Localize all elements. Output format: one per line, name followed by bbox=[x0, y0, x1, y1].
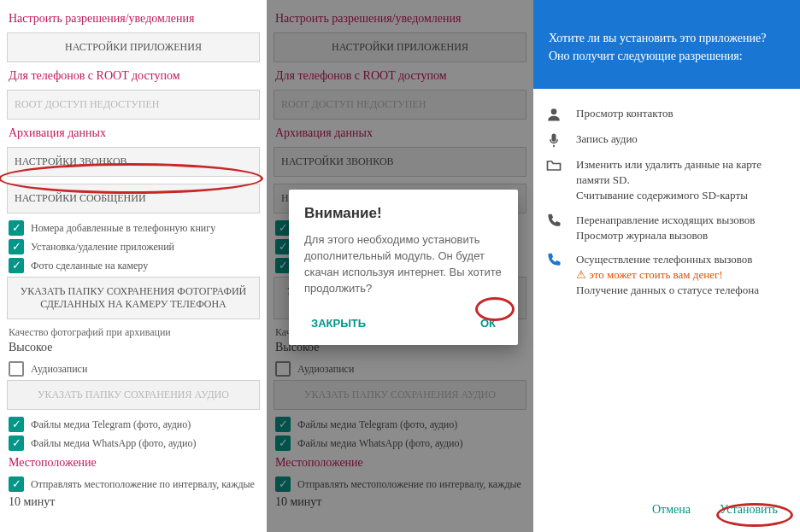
location-interval-value[interactable]: 10 минут bbox=[275, 495, 525, 509]
check-icon: ✓ bbox=[275, 436, 291, 451]
phone-icon bbox=[545, 252, 564, 269]
permission-phone-calls: Осуществление телефонных вызовов ⚠ это м… bbox=[545, 252, 788, 299]
check-icon: ✓ bbox=[9, 476, 24, 492]
person-icon bbox=[545, 106, 564, 123]
svg-point-0 bbox=[551, 108, 557, 114]
audio-folder-button: УКАЗАТЬ ПАПКУ СОХРАНЕНИЯ АУДИО bbox=[7, 380, 260, 410]
checkbox-label: Отправлять местоположение по интервалу, … bbox=[31, 478, 255, 491]
photo-quality-label: Качество фотографий при архивации bbox=[9, 326, 258, 339]
check-icon: ✓ bbox=[275, 476, 291, 492]
warning-icon: ⚠ bbox=[576, 268, 589, 281]
section-location-title: Местоположение bbox=[275, 456, 525, 470]
checkbox-empty-icon: ✓ bbox=[275, 361, 291, 377]
dialog-body: Для этого необходимо установить дополнит… bbox=[304, 232, 503, 296]
section-root-title: Для телефонов с ROOT доступом bbox=[275, 69, 525, 83]
folder-icon bbox=[545, 157, 564, 174]
permission-text: Перенаправление исходящих вызововПросмот… bbox=[576, 213, 788, 243]
checkbox-telegram[interactable]: ✓Файлы медиа Telegram (фото, аудио) bbox=[9, 417, 258, 432]
section-root-title: Для телефонов с ROOT доступом bbox=[9, 69, 258, 83]
check-icon: ✓ bbox=[275, 417, 291, 432]
section-permissions-title: Настроить разрешения/уведомления bbox=[275, 12, 525, 26]
check-icon: ✓ bbox=[9, 417, 24, 432]
panel-install-prompt: Хотите ли вы установить это приложение? … bbox=[533, 0, 800, 532]
checkbox-whatsapp[interactable]: ✓Файлы медиа WhatsApp (фото, аудио) bbox=[275, 436, 525, 451]
check-icon: ✓ bbox=[9, 239, 24, 254]
permission-text: Изменить или удалить данные на карте пам… bbox=[576, 157, 788, 204]
check-icon: ✓ bbox=[9, 258, 24, 273]
root-status-field: ROOT ДОСТУП НЕДОСТУПЕН bbox=[274, 90, 526, 120]
call-settings-button[interactable]: НАСТРОЙКИ ЗВОНКОВ bbox=[7, 147, 260, 177]
app-settings-button[interactable]: НАСТРОЙКИ ПРИЛОЖЕНИЯ bbox=[274, 32, 526, 62]
section-permissions-title: Настроить разрешения/уведомления bbox=[9, 12, 258, 26]
permissions-list: Просмотр контактов Запись аудио Изменить… bbox=[533, 89, 800, 316]
install-footer: Отмена Установить bbox=[645, 498, 785, 522]
permission-text: Запись аудио bbox=[576, 132, 788, 147]
permission-contacts: Просмотр контактов bbox=[545, 106, 788, 123]
section-archive-title: Архивация данных bbox=[275, 126, 525, 140]
install-button[interactable]: Установить bbox=[713, 498, 785, 522]
checkbox-label: Файлы медиа Telegram (фото, аудио) bbox=[31, 418, 191, 431]
root-status-field: ROOT ДОСТУП НЕДОСТУПЕН bbox=[7, 90, 260, 120]
mic-icon bbox=[545, 132, 564, 149]
panel-settings-1: Настроить разрешения/уведомления НАСТРОЙ… bbox=[0, 0, 267, 532]
dialog-ok-button[interactable]: ОК bbox=[474, 312, 503, 335]
permission-audio: Запись аудио bbox=[545, 132, 788, 149]
permission-storage: Изменить или удалить данные на карте пам… bbox=[545, 157, 788, 204]
checkbox-telegram[interactable]: ✓Файлы медиа Telegram (фото, аудио) bbox=[275, 417, 525, 432]
dialog-actions: ЗАКРЫТЬ ОК bbox=[304, 312, 503, 335]
photo-folder-button[interactable]: УКАЗАТЬ ПАПКУ СОХРАНЕНИЯ ФОТОГРАФИЙ СДЕЛ… bbox=[7, 277, 260, 319]
check-icon: ✓ bbox=[9, 436, 24, 451]
confirm-dialog: Внимание! Для этого необходимо установит… bbox=[289, 190, 518, 345]
checkbox-location[interactable]: ✓Отправлять местоположение по интервалу,… bbox=[9, 476, 258, 492]
app-settings-button[interactable]: НАСТРОЙКИ ПРИЛОЖЕНИЯ bbox=[7, 32, 260, 62]
checkbox-whatsapp[interactable]: ✓Файлы медиа WhatsApp (фото, аудио) bbox=[9, 436, 258, 451]
svg-rect-1 bbox=[552, 134, 556, 142]
phone-forward-icon bbox=[545, 213, 564, 230]
dialog-title: Внимание! bbox=[304, 205, 503, 222]
dialog-close-button[interactable]: ЗАКРЫТЬ bbox=[304, 312, 373, 335]
section-location-title: Местоположение bbox=[9, 456, 258, 470]
checkbox-label: Установка/удаление приложений bbox=[31, 241, 174, 254]
audio-folder-button: УКАЗАТЬ ПАПКУ СОХРАНЕНИЯ АУДИО bbox=[274, 380, 526, 410]
location-interval-value[interactable]: 10 минут bbox=[9, 495, 258, 509]
checkbox-audio[interactable]: ✓Аудиозаписи bbox=[9, 361, 258, 377]
checkbox-label: Отправлять местоположение по интервалу, … bbox=[297, 478, 521, 491]
section-archive-title: Архивация данных bbox=[9, 126, 258, 140]
checkbox-apps[interactable]: ✓Установка/удаление приложений bbox=[9, 239, 258, 254]
checkbox-label: Файлы медиа WhatsApp (фото, аудио) bbox=[31, 437, 196, 450]
checkbox-label: Файлы медиа WhatsApp (фото, аудио) bbox=[297, 437, 462, 450]
cancel-button[interactable]: Отмена bbox=[645, 498, 697, 522]
install-header: Хотите ли вы установить это приложение? … bbox=[533, 0, 800, 89]
checkbox-label: Аудиозаписи bbox=[31, 363, 87, 376]
permission-call-log: Перенаправление исходящих вызововПросмот… bbox=[545, 213, 788, 243]
message-settings-button[interactable]: НАСТРОЙКИ СООБЩЕНИЙ bbox=[7, 184, 260, 213]
photo-quality-value[interactable]: Высокое bbox=[9, 341, 258, 354]
check-icon: ✓ bbox=[9, 220, 24, 236]
checkbox-label: Фото сделанные на камеру bbox=[31, 260, 148, 272]
install-question: Хотите ли вы установить это приложение? … bbox=[549, 32, 766, 62]
checkbox-empty-icon: ✓ bbox=[9, 361, 24, 377]
checkbox-label: Аудиозаписи bbox=[297, 363, 354, 376]
checkbox-camera-photos[interactable]: ✓Фото сделанные на камеру bbox=[9, 258, 258, 273]
checkbox-label: Файлы медиа Telegram (фото, аудио) bbox=[297, 418, 457, 431]
permission-text: Просмотр контактов bbox=[576, 106, 788, 121]
permission-text: Осуществление телефонных вызовов ⚠ это м… bbox=[576, 252, 788, 299]
checkbox-audio[interactable]: ✓Аудиозаписи bbox=[275, 361, 525, 377]
checkbox-location[interactable]: ✓Отправлять местоположение по интервалу,… bbox=[275, 476, 525, 492]
panel-settings-2: Настроить разрешения/уведомления НАСТРОЙ… bbox=[267, 0, 533, 532]
call-settings-button[interactable]: НАСТРОЙКИ ЗВОНКОВ bbox=[274, 147, 526, 177]
checkbox-label: Номера добавленные в телефонную книгу bbox=[31, 222, 215, 235]
checkbox-contacts[interactable]: ✓Номера добавленные в телефонную книгу bbox=[9, 220, 258, 236]
